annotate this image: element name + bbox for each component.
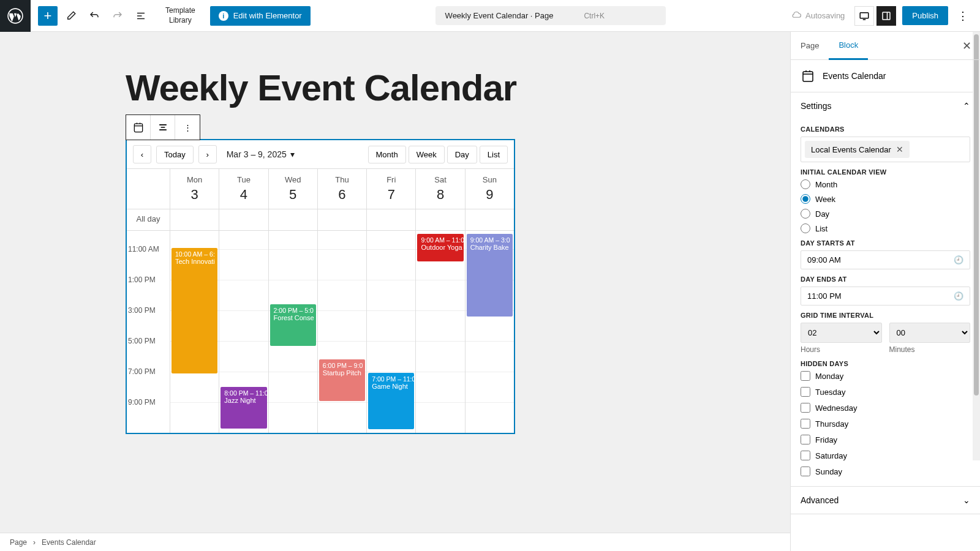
calendar-event[interactable]: 7:00 PM – 11:0 Game Night — [368, 373, 414, 429]
align-button[interactable] — [151, 115, 175, 140]
redo-button[interactable] — [108, 6, 127, 26]
more-options-button[interactable]: ⋮ — [953, 6, 973, 26]
view-week-button[interactable]: Week — [409, 146, 445, 163]
settings-panel-header[interactable]: Settings ⌃ — [791, 92, 980, 119]
edit-tool-button[interactable] — [61, 6, 81, 26]
minutes-sublabel: Minutes — [889, 345, 971, 354]
allday-cell[interactable] — [268, 209, 317, 230]
radio-day[interactable]: Day — [801, 209, 970, 219]
edit-with-elementor-button[interactable]: i Edit with Elementor — [210, 6, 311, 26]
add-block-button[interactable]: + — [38, 6, 58, 26]
document-title-bar[interactable]: Weekly Event Calendar · Page Ctrl+K — [435, 6, 666, 25]
autosaving-indicator: Autosaving — [791, 10, 845, 21]
day-header: Sun9 — [465, 169, 514, 209]
allday-cell[interactable] — [415, 209, 464, 230]
undo-button[interactable] — [85, 6, 104, 26]
event-time: 7:00 PM – 11:0 — [372, 375, 410, 383]
allday-cell[interactable] — [465, 209, 514, 230]
calendar-event[interactable]: 6:00 PM – 9:0 Startup Pitch — [319, 359, 365, 401]
day-col[interactable]: 10:00 AM – 6: Tech Innovati — [170, 231, 219, 433]
sidebar-toggle-button[interactable] — [876, 6, 896, 26]
allday-cell[interactable] — [366, 209, 415, 230]
publish-button[interactable]: Publish — [902, 6, 948, 25]
template-library-label-2: Library — [169, 16, 192, 26]
radio-month[interactable]: Month — [801, 179, 970, 189]
day-ends-input[interactable]: 11:00 PM 🕘 — [801, 287, 970, 305]
hidden-days-label: HIDDEN DAYS — [801, 360, 970, 367]
checkbox-sunday[interactable]: Sunday — [801, 467, 970, 476]
today-button[interactable]: Today — [156, 146, 194, 163]
scrollbar[interactable] — [973, 32, 980, 460]
day-header: Fri7 — [366, 169, 415, 209]
day-col[interactable]: 8:00 PM – 11:0 Jazz Night — [219, 231, 268, 433]
calendars-input[interactable]: Local Events Calendar ✕ — [801, 137, 970, 162]
next-button[interactable]: › — [198, 145, 217, 163]
calendar-event[interactable]: 8:00 PM – 11:0 Jazz Night — [221, 387, 266, 429]
shortcut-hint: Ctrl+K — [584, 12, 605, 20]
calendar-event[interactable]: 9:00 AM – 11:0 Outdoor Yoga — [417, 234, 463, 261]
view-day-button[interactable]: Day — [447, 146, 477, 163]
top-toolbar: + Template Library i Edit with Elementor… — [0, 0, 980, 32]
breadcrumb-separator: › — [33, 538, 36, 547]
checkbox-label: Saturday — [815, 451, 847, 460]
checkbox-thursday[interactable]: Thursday — [801, 419, 970, 429]
checkbox-monday[interactable]: Monday — [801, 371, 970, 381]
calendar-chip: Local Events Calendar ✕ — [805, 141, 910, 158]
wordpress-icon — [7, 8, 23, 24]
radio-label: Month — [815, 180, 837, 189]
day-header: Mon3 — [170, 169, 219, 209]
cloud-icon — [791, 10, 802, 21]
radio-label: Day — [815, 209, 829, 219]
block-more-button[interactable]: ⋮ — [175, 115, 200, 140]
prev-button[interactable]: ‹ — [133, 145, 151, 163]
checkbox-friday[interactable]: Friday — [801, 435, 970, 444]
template-library-button[interactable]: Template Library — [165, 6, 195, 25]
close-sidebar-button[interactable]: ✕ — [954, 33, 980, 59]
calendar-event[interactable]: 9:00 AM – 3:0 Charity Bake — [467, 234, 513, 317]
checkbox-tuesday[interactable]: Tuesday — [801, 387, 970, 397]
day-col[interactable]: 2:00 PM – 5:0 Forest Conse — [268, 231, 317, 433]
calendar-event[interactable]: 2:00 PM – 5:0 Forest Conse — [270, 304, 316, 346]
calendar-block: ‹ Today › Mar 3 – 9, 2025 ▾ Month Week D… — [126, 139, 515, 434]
allday-cell[interactable] — [219, 209, 268, 230]
allday-cell[interactable] — [317, 209, 366, 230]
list-view-button[interactable] — [131, 6, 151, 26]
calendar-chip-label: Local Events Calendar — [811, 145, 891, 154]
wordpress-logo[interactable] — [0, 0, 31, 32]
document-title-text: Weekly Event Calendar · Page — [445, 11, 554, 20]
svg-rect-1 — [861, 12, 869, 18]
tab-block[interactable]: Block — [829, 32, 868, 60]
day-col[interactable]: 9:00 AM – 11:0 Outdoor Yoga — [415, 231, 464, 433]
calendar-event[interactable]: 10:00 AM – 6: Tech Innovati — [172, 248, 217, 373]
page-title[interactable]: Weekly Event Calendar — [126, 69, 701, 107]
template-library-label-1: Template — [165, 6, 195, 16]
initial-view-label: INITIAL CALENDAR VIEW — [801, 168, 970, 176]
breadcrumb-page[interactable]: Page — [10, 538, 27, 547]
allday-cell[interactable] — [170, 209, 219, 230]
grid-minutes-select[interactable]: 00 — [889, 323, 971, 343]
day-starts-input[interactable]: 09:00 AM 🕘 — [801, 250, 970, 269]
radio-list[interactable]: List — [801, 223, 970, 233]
breadcrumb-block[interactable]: Events Calendar — [42, 538, 96, 547]
event-time: 9:00 AM – 11:0 — [421, 236, 459, 244]
block-type-button[interactable] — [126, 115, 151, 140]
event-title: Game Night — [372, 383, 410, 390]
chip-remove-button[interactable]: ✕ — [896, 144, 903, 154]
checkbox-saturday[interactable]: Saturday — [801, 451, 970, 460]
view-month-button[interactable]: Month — [368, 146, 406, 163]
advanced-panel-title: Advanced — [801, 495, 839, 505]
grid-hours-select[interactable]: 02 — [801, 323, 882, 343]
date-range-picker[interactable]: Mar 3 – 9, 2025 ▾ — [227, 149, 295, 159]
advanced-panel-header[interactable]: Advanced ⌄ — [791, 487, 980, 514]
checkbox-wednesday[interactable]: Wednesday — [801, 403, 970, 413]
tab-page[interactable]: Page — [791, 32, 829, 59]
day-col[interactable]: 6:00 PM – 9:0 Startup Pitch — [317, 231, 366, 433]
radio-week[interactable]: Week — [801, 194, 970, 204]
day-starts-value: 09:00 AM — [807, 255, 841, 264]
editor-canvas[interactable]: Weekly Event Calendar ⋮ ‹ Today › Mar 3 … — [0, 32, 790, 551]
day-col[interactable]: 7:00 PM – 11:0 Game Night — [366, 231, 415, 433]
block-toolbar: ⋮ — [126, 114, 200, 140]
desktop-view-button[interactable] — [854, 6, 874, 26]
day-col[interactable]: 9:00 AM – 3:0 Charity Bake — [465, 231, 514, 433]
view-list-button[interactable]: List — [480, 146, 508, 163]
